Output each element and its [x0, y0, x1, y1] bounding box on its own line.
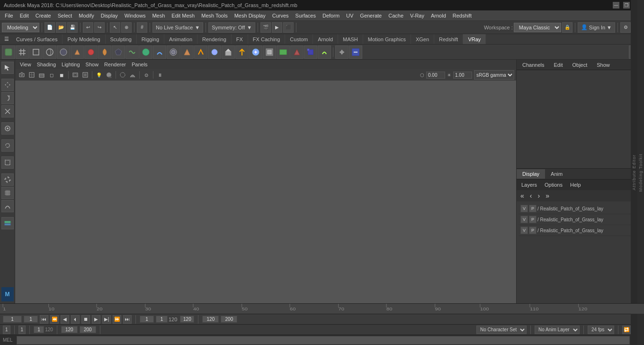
- range-end[interactable]: [221, 316, 237, 323]
- jump-to-start-btn[interactable]: ⏮: [40, 315, 48, 324]
- sb-range-end[interactable]: [80, 326, 96, 333]
- vp-menu-renderer[interactable]: Renderer: [102, 62, 128, 67]
- live-surface-button[interactable]: No Live Surface ▼: [152, 22, 203, 33]
- shelf-icon-19[interactable]: [249, 45, 262, 59]
- shelf-icon-26[interactable]: [349, 45, 362, 59]
- timeline-ruler[interactable]: 1 10 20 30 40 50 60 70 80 90 100 110: [0, 304, 644, 314]
- scale-tool-button[interactable]: [1, 105, 14, 118]
- vp-wireframe-btn[interactable]: [27, 70, 36, 80]
- mode-dropdown[interactable]: Modeling: [2, 23, 39, 32]
- current-frame-display[interactable]: [156, 316, 168, 323]
- menu-generate[interactable]: Generate: [357, 12, 385, 19]
- layers-tab[interactable]: Layers: [519, 181, 539, 189]
- anim-start-frame[interactable]: [140, 316, 154, 323]
- shelf-icon-18[interactable]: [235, 45, 249, 59]
- display-tab[interactable]: Display: [517, 169, 545, 179]
- menu-edit-mesh[interactable]: Edit Mesh: [169, 12, 197, 19]
- shelf-icon-8[interactable]: [98, 45, 111, 59]
- step-back-btn[interactable]: ⏪: [50, 315, 59, 324]
- shelf-icon-10[interactable]: [125, 45, 139, 59]
- shelf-icon-11[interactable]: [139, 45, 152, 59]
- play-back-btn[interactable]: ⏴: [71, 315, 80, 324]
- shelf-icon-21[interactable]: [277, 45, 290, 59]
- tabs-menu-button[interactable]: ☰: [2, 36, 11, 42]
- channels-tab[interactable]: Channels: [519, 61, 547, 69]
- select-tool-button[interactable]: [1, 62, 14, 74]
- select-button[interactable]: ↖: [110, 22, 120, 33]
- redo-button[interactable]: ↪: [94, 22, 105, 33]
- tab-rigging[interactable]: Rigging: [137, 34, 164, 44]
- tab-motion-graphics[interactable]: Motion Graphics: [363, 34, 411, 44]
- tab-rendering[interactable]: Rendering: [197, 34, 232, 44]
- vp-display-grid-btn[interactable]: [37, 70, 46, 80]
- shelf-icon-13[interactable]: [167, 45, 180, 59]
- current-frame-input[interactable]: [24, 316, 38, 323]
- snap-points-button[interactable]: [1, 173, 14, 186]
- tab-vray[interactable]: VRay: [463, 34, 486, 44]
- layer-next-btn[interactable]: ›: [536, 192, 542, 200]
- snap-grid-btn[interactable]: [1, 187, 14, 199]
- tab-fx[interactable]: FX: [232, 34, 248, 44]
- shelf-icon-7[interactable]: [84, 45, 98, 59]
- snap-grid-button[interactable]: #: [137, 22, 147, 33]
- layer-1-visible-btn[interactable]: V: [520, 205, 528, 212]
- frame-start-input[interactable]: [3, 316, 22, 323]
- vp-gate-btn[interactable]: [80, 70, 90, 80]
- layer-3-p-btn[interactable]: P: [529, 227, 537, 234]
- vp-isolate-btn[interactable]: ⊙: [142, 70, 151, 80]
- menu-display[interactable]: Display: [98, 12, 121, 19]
- shelf-icon-17[interactable]: [222, 45, 235, 59]
- vp-xray-btn[interactable]: [118, 70, 127, 80]
- shelf-icon-9[interactable]: [112, 45, 125, 59]
- vp-menu-panels[interactable]: Panels: [130, 62, 150, 67]
- tab-mash[interactable]: MASH: [338, 34, 363, 44]
- tab-curves-surfaces[interactable]: Curves / Surfaces: [11, 34, 63, 44]
- vp-menu-view[interactable]: View: [18, 62, 33, 67]
- shelf-icon-22[interactable]: [290, 45, 304, 59]
- move-tool-button[interactable]: [1, 79, 14, 91]
- vp-menu-lighting[interactable]: Lighting: [60, 62, 82, 67]
- timeline[interactable]: 1 10 20 30 40 50 60 70 80 90 100 110: [0, 303, 644, 314]
- minimize-button[interactable]: —: [613, 2, 619, 9]
- layer-3-visible-btn[interactable]: V: [520, 227, 528, 234]
- menu-modify[interactable]: Modify: [76, 12, 97, 19]
- shelf-icon-24[interactable]: [318, 45, 331, 59]
- ipr-button[interactable]: ⬛: [283, 22, 294, 33]
- undo-button[interactable]: ↩: [83, 22, 93, 33]
- step-fwd-btn[interactable]: ⏩: [113, 315, 121, 324]
- settings-button[interactable]: ⚙: [620, 22, 631, 33]
- vp-pause-btn[interactable]: ⏸: [155, 70, 165, 80]
- workspace-dropdown[interactable]: Maya Classic: [514, 23, 561, 32]
- menu-mesh-tools[interactable]: Mesh Tools: [198, 12, 230, 19]
- step-fwd-frame-btn[interactable]: ▶|: [102, 315, 111, 324]
- menu-deform[interactable]: Deform: [320, 12, 342, 19]
- vp-shadow-btn[interactable]: [104, 70, 114, 80]
- menu-select[interactable]: Select: [55, 12, 75, 19]
- menu-curves[interactable]: Curves: [269, 12, 292, 19]
- show-manipulator-button[interactable]: [1, 122, 14, 135]
- sb-input-1[interactable]: [34, 326, 44, 333]
- menu-edit[interactable]: Edit: [17, 12, 32, 19]
- vp-exposure-input[interactable]: [426, 72, 445, 79]
- vp-btn-5[interactable]: ◼: [57, 70, 66, 80]
- vp-colorspace-dropdown[interactable]: sRGB gamma: [474, 70, 514, 80]
- tab-custom[interactable]: Custom: [285, 34, 313, 44]
- open-file-button[interactable]: 📂: [56, 22, 66, 33]
- layer-rewind-btn[interactable]: «: [519, 192, 526, 200]
- layer-1-p-btn[interactable]: P: [529, 205, 537, 212]
- symmetry-button[interactable]: Symmetry: Off ▼: [208, 22, 255, 33]
- stop-btn[interactable]: ⏹: [81, 315, 90, 324]
- mel-input[interactable]: [17, 336, 630, 345]
- shelf-icon-14[interactable]: [180, 45, 194, 59]
- menu-file[interactable]: File: [2, 12, 16, 19]
- menu-arnold[interactable]: Arnold: [428, 12, 449, 19]
- workspace-lock-button[interactable]: 🔒: [562, 22, 572, 33]
- layer-button[interactable]: [1, 217, 14, 229]
- menu-redshift[interactable]: Redshift: [450, 12, 474, 19]
- vp-btn-4[interactable]: ◻: [47, 70, 56, 80]
- layer-2-visible-btn[interactable]: V: [520, 216, 528, 223]
- layer-forward-btn[interactable]: »: [544, 192, 551, 200]
- anim-layer-dropdown[interactable]: No Anim Layer: [535, 326, 580, 334]
- new-file-button[interactable]: 📄: [45, 22, 55, 33]
- vp-smooth-btn[interactable]: [128, 70, 137, 80]
